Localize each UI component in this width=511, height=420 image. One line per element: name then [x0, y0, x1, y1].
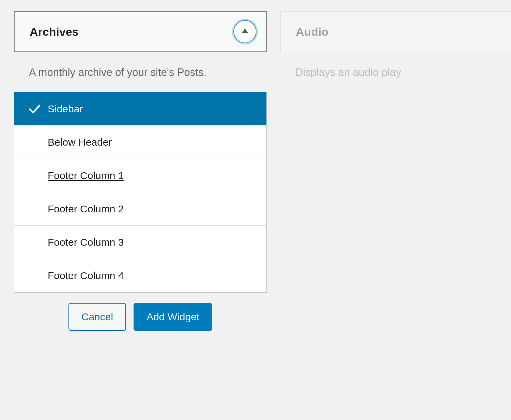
- location-item-footer-3[interactable]: Footer Column 3: [14, 226, 266, 259]
- location-label: Footer Column 3: [48, 237, 124, 248]
- archives-description: A monthly archive of your site's Posts.: [29, 65, 267, 80]
- check-icon: [28, 102, 42, 116]
- svg-marker-0: [242, 29, 248, 33]
- audio-header[interactable]: Audio: [280, 11, 511, 52]
- action-button-row: Cancel Add Widget: [14, 303, 267, 331]
- location-label: Footer Column 4: [48, 270, 124, 281]
- cancel-button[interactable]: Cancel: [68, 303, 126, 331]
- location-label: Footer Column 2: [48, 203, 124, 215]
- collapse-toggle-button[interactable]: [233, 20, 257, 43]
- triangle-up-icon: [241, 28, 249, 35]
- location-item-below-header[interactable]: Below Header: [14, 126, 266, 159]
- archives-widget: Archives A monthly archive of your site'…: [14, 11, 267, 331]
- location-item-footer-1[interactable]: Footer Column 1: [14, 159, 266, 192]
- audio-title: Audio: [296, 25, 328, 38]
- location-item-footer-4[interactable]: Footer Column 4: [14, 259, 266, 292]
- location-label: Sidebar: [48, 103, 83, 115]
- location-item-sidebar[interactable]: Sidebar: [14, 92, 266, 126]
- archives-title: Archives: [30, 25, 79, 38]
- audio-description: Displays an audio play: [295, 65, 511, 80]
- audio-widget: Audio Displays an audio play: [280, 11, 511, 331]
- add-widget-button[interactable]: Add Widget: [134, 303, 212, 331]
- location-item-footer-2[interactable]: Footer Column 2: [14, 192, 266, 226]
- location-label: Below Header: [48, 136, 112, 148]
- widget-location-list: Sidebar Below Header Footer Column 1 Foo…: [14, 92, 267, 293]
- location-label: Footer Column 1: [48, 170, 124, 181]
- archives-header[interactable]: Archives: [14, 11, 267, 52]
